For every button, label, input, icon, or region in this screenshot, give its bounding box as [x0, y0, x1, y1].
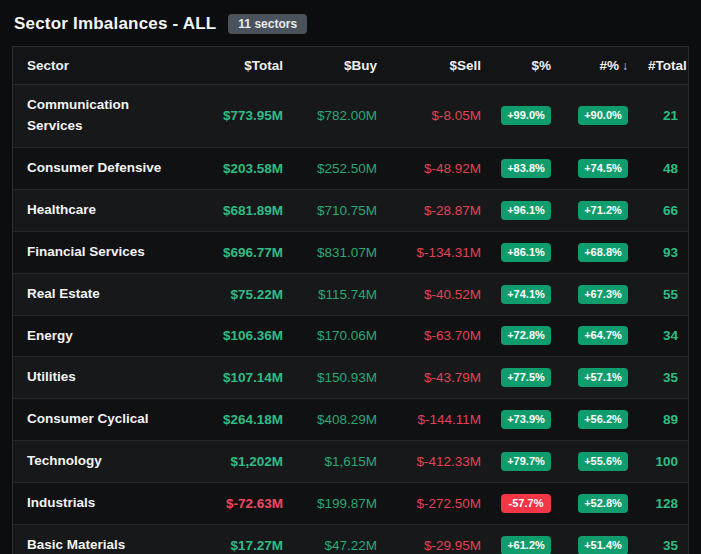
dollar-pct-badge: +86.1% [501, 243, 551, 262]
sell-cell: $-40.52M [387, 273, 491, 315]
table-row[interactable]: Healthcare $681.89M $710.75M $-28.87M +9… [13, 189, 688, 231]
sector-cell: Basic Materials [13, 525, 191, 554]
sector-cell: Healthcare [13, 189, 191, 231]
dollar-pct-badge: +83.8% [501, 159, 551, 178]
buy-cell: $782.00M [293, 85, 387, 148]
table-row[interactable]: Industrials $-72.63M $199.87M $-272.50M … [13, 483, 688, 525]
count-pct-cell: +51.4% [561, 525, 638, 554]
count-total-cell: 55 [638, 273, 688, 315]
sector-count-badge: 11 sectors [228, 14, 307, 34]
table-row[interactable]: Real Estate $75.22M $115.74M $-40.52M +7… [13, 273, 688, 315]
table-row[interactable]: Technology $1,202M $1,615M $-412.33M +79… [13, 441, 688, 483]
buy-cell: $710.75M [293, 189, 387, 231]
col-header-sector[interactable]: Sector [13, 47, 191, 85]
buy-cell: $252.50M [293, 147, 387, 189]
table-row[interactable]: Communication Services $773.95M $782.00M… [13, 85, 688, 148]
table-row[interactable]: Financial Services $696.77M $831.07M $-1… [13, 231, 688, 273]
buy-cell: $150.93M [293, 357, 387, 399]
count-pct-cell: +57.1% [561, 357, 638, 399]
dollar-pct-cell: +77.5% [491, 357, 561, 399]
count-pct-badge: +74.5% [578, 159, 628, 178]
count-pct-badge: +57.1% [578, 368, 628, 387]
sell-cell: $-134.31M [387, 231, 491, 273]
dollar-pct-badge: +61.2% [501, 536, 551, 554]
sell-cell: $-412.33M [387, 441, 491, 483]
table-header-row: Sector $Total $Buy $Sell $% #%↓ #Total [13, 47, 688, 85]
sector-cell: Utilities [13, 357, 191, 399]
dollar-pct-badge: +79.7% [501, 452, 551, 471]
col-header-dollar-pct[interactable]: $% [491, 47, 561, 85]
sort-desc-icon: ↓ [622, 59, 628, 73]
sector-cell: Technology [13, 441, 191, 483]
table-row[interactable]: Consumer Defensive $203.58M $252.50M $-4… [13, 147, 688, 189]
sector-cell: Energy [13, 315, 191, 357]
count-pct-cell: +67.3% [561, 273, 638, 315]
dollar-pct-badge: +77.5% [501, 368, 551, 387]
dollar-pct-cell: +99.0% [491, 85, 561, 148]
col-header-count-total[interactable]: #Total [638, 47, 688, 85]
sector-cell: Real Estate [13, 273, 191, 315]
count-total-cell: 100 [638, 441, 688, 483]
buy-cell: $115.74M [293, 273, 387, 315]
count-pct-cell: +68.8% [561, 231, 638, 273]
count-pct-badge: +64.7% [578, 326, 628, 345]
col-header-count-pct[interactable]: #%↓ [561, 47, 638, 85]
col-header-dollar-buy[interactable]: $Buy [293, 47, 387, 85]
total-cell: $75.22M [191, 273, 293, 315]
total-cell: $106.36M [191, 315, 293, 357]
count-pct-cell: +56.2% [561, 399, 638, 441]
sector-cell: Consumer Defensive [13, 147, 191, 189]
count-pct-badge: +67.3% [578, 285, 628, 304]
total-cell: $203.58M [191, 147, 293, 189]
dollar-pct-badge: -57.7% [501, 494, 551, 513]
table-row[interactable]: Utilities $107.14M $150.93M $-43.79M +77… [13, 357, 688, 399]
total-cell: $1,202M [191, 441, 293, 483]
dollar-pct-cell: +83.8% [491, 147, 561, 189]
count-pct-cell: +74.5% [561, 147, 638, 189]
total-cell: $696.77M [191, 231, 293, 273]
buy-cell: $47.22M [293, 525, 387, 554]
dollar-pct-cell: +61.2% [491, 525, 561, 554]
dollar-pct-cell: +86.1% [491, 231, 561, 273]
buy-cell: $170.06M [293, 315, 387, 357]
sector-cell: Industrials [13, 483, 191, 525]
count-total-cell: 35 [638, 525, 688, 554]
count-pct-badge: +71.2% [578, 201, 628, 220]
count-total-cell: 128 [638, 483, 688, 525]
sell-cell: $-144.11M [387, 399, 491, 441]
dollar-pct-cell: +79.7% [491, 441, 561, 483]
count-pct-cell: +71.2% [561, 189, 638, 231]
sell-cell: $-8.05M [387, 85, 491, 148]
table-row[interactable]: Consumer Cyclical $264.18M $408.29M $-14… [13, 399, 688, 441]
buy-cell: $408.29M [293, 399, 387, 441]
table: Sector $Total $Buy $Sell $% #%↓ #Total C… [13, 47, 688, 554]
sell-cell: $-43.79M [387, 357, 491, 399]
count-pct-badge: +51.4% [578, 536, 628, 554]
buy-cell: $831.07M [293, 231, 387, 273]
count-total-cell: 35 [638, 357, 688, 399]
page: Sector Imbalances - ALL 11 sectors Secto… [0, 0, 701, 554]
count-pct-cell: +55.6% [561, 441, 638, 483]
count-pct-cell: +52.8% [561, 483, 638, 525]
dollar-pct-cell: -57.7% [491, 483, 561, 525]
total-cell: $681.89M [191, 189, 293, 231]
sell-cell: $-63.70M [387, 315, 491, 357]
dollar-pct-badge: +74.1% [501, 285, 551, 304]
count-pct-cell: +90.0% [561, 85, 638, 148]
sell-cell: $-28.87M [387, 189, 491, 231]
table-row[interactable]: Basic Materials $17.27M $47.22M $-29.95M… [13, 525, 688, 554]
dollar-pct-cell: +72.8% [491, 315, 561, 357]
dollar-pct-badge: +96.1% [501, 201, 551, 220]
col-header-dollar-sell[interactable]: $Sell [387, 47, 491, 85]
count-total-cell: 93 [638, 231, 688, 273]
count-pct-cell: +64.7% [561, 315, 638, 357]
total-cell: $107.14M [191, 357, 293, 399]
count-pct-badge: +68.8% [578, 243, 628, 262]
sell-cell: $-29.95M [387, 525, 491, 554]
buy-cell: $1,615M [293, 441, 387, 483]
col-header-dollar-total[interactable]: $Total [191, 47, 293, 85]
table-body: Communication Services $773.95M $782.00M… [13, 85, 688, 554]
total-cell: $773.95M [191, 85, 293, 148]
count-pct-badge: +52.8% [578, 494, 628, 513]
table-row[interactable]: Energy $106.36M $170.06M $-63.70M +72.8%… [13, 315, 688, 357]
